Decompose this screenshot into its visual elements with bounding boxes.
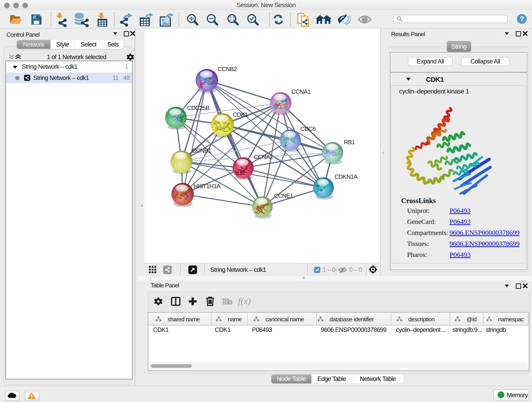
svg-text:CCNB1: CCNB1 [192, 147, 211, 154]
svg-text:CCNA2: CCNA2 [254, 153, 273, 160]
svg-text:CDC6: CDC6 [300, 125, 316, 132]
svg-text:CCNB2: CCNB2 [218, 65, 237, 72]
svg-text:CDKN1A: CDKN1A [335, 173, 358, 180]
svg-text:CDK1: CDK1 [233, 111, 248, 118]
svg-text:CCNA1: CCNA1 [291, 88, 311, 95]
svg-text:CCNE1: CCNE1 [274, 192, 293, 199]
svg-text:RB1: RB1 [344, 139, 355, 146]
svg-text:CDC25B: CDC25B [187, 104, 209, 111]
svg-text:HIST1H1A: HIST1H1A [194, 183, 221, 190]
